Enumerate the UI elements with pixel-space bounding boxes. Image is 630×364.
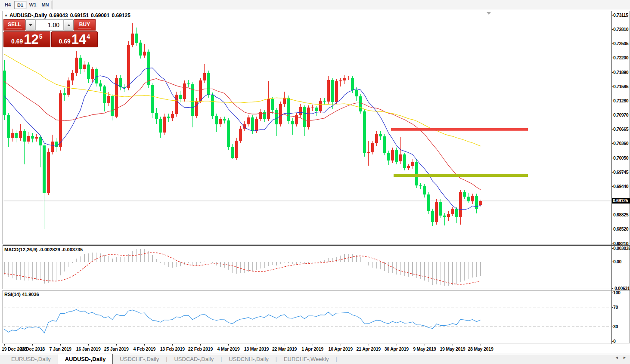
sell-price-prefix: 0.69 <box>11 38 23 45</box>
buy-button[interactable]: BUY <box>74 19 96 31</box>
sell-price-sup: 5 <box>39 33 43 40</box>
tab-eurusd[interactable]: EURUSD-,Daily <box>4 354 58 364</box>
chart-tab-bar: EURUSD-,DailyAUDUSD-,DailyUSDCHF-,Daily|… <box>0 354 630 364</box>
tab-usdcnh[interactable]: USDCNH-,Daily <box>222 354 275 364</box>
chart-tabs: EURUSD-,DailyAUDUSD-,DailyUSDCHF-,Daily|… <box>0 354 630 364</box>
timeframe-button-h4[interactable]: H4 <box>2 1 14 9</box>
chevron-down-icon <box>29 24 32 26</box>
sell-price-box[interactable]: 0.69 12 5 <box>3 31 50 47</box>
one-click-trading-panel: SELL BUY 0.69 12 5 0.69 14 4 <box>3 19 98 47</box>
sell-price-big: 12 <box>24 33 38 46</box>
volume-increase-button[interactable] <box>64 19 74 31</box>
tab-scroll-left-icon[interactable]: ◄ <box>615 355 619 360</box>
timeframe-button-mn[interactable]: MN <box>39 1 51 9</box>
sell-button-label: SELL <box>6 22 22 28</box>
current-price-tag: 0.69125 <box>612 198 630 204</box>
tab-usdchf[interactable]: USDCHF-,Daily <box>113 354 166 364</box>
tab-eurchf[interactable]: EURCHF-,Weekly <box>277 354 336 364</box>
time-axis[interactable] <box>0 344 630 353</box>
buy-price-big: 14 <box>71 33 86 46</box>
buy-price-prefix: 0.69 <box>59 38 70 45</box>
ohlc-low: 0.69001 <box>91 12 109 19</box>
toolbar-separator <box>51 1 52 9</box>
volume-decrease-button[interactable] <box>25 19 35 31</box>
timeframe-toolbar: H4D1W1MN <box>0 0 630 10</box>
ohlc-close: 0.69125 <box>112 12 130 19</box>
price-axis-line <box>611 11 612 344</box>
tab-audusd[interactable]: AUDUSD-,Daily <box>58 354 113 364</box>
rsi-indicator-label: RSI(14) 41.9036 <box>4 292 39 297</box>
tab-usdcad[interactable]: USDCAD-,Daily <box>167 354 220 364</box>
collapse-panel-icon[interactable]: ▲ <box>4 13 8 17</box>
tab-scroll-arrows: ◄ ► <box>612 355 627 360</box>
rsi-pane[interactable] <box>3 290 630 343</box>
buy-price-sup: 4 <box>87 33 90 40</box>
sell-button[interactable]: SELL <box>3 19 25 31</box>
ohlc-high: 0.69151 <box>70 12 89 19</box>
chart-symbol-period: AUDUSD-,Daily <box>9 12 47 19</box>
buy-button-label: BUY <box>78 22 91 28</box>
timeframe-button-d1[interactable]: D1 <box>14 1 26 9</box>
buy-price-box[interactable]: 0.69 14 4 <box>51 31 98 47</box>
timeframe-button-w1[interactable]: W1 <box>27 1 39 9</box>
volume-input[interactable] <box>35 19 64 31</box>
toolbar-group-separator <box>53 0 53 9</box>
mt4-chart-window: H4D1W1MN 0.731150.728100.725050.722000.7… <box>0 0 630 364</box>
chart-title: ▲AUDUSD-,Daily0.690430.691510.690010.691… <box>4 12 133 19</box>
tab-separator: | <box>335 354 337 364</box>
macd-pane[interactable] <box>3 245 630 289</box>
macd-indicator-label: MACD(12,26,9) -0.002829 -0.003735 <box>4 247 83 252</box>
chevron-up-icon <box>67 24 71 26</box>
tab-scroll-right-icon[interactable]: ► <box>623 355 627 360</box>
ohlc-open: 0.69043 <box>49 12 68 19</box>
